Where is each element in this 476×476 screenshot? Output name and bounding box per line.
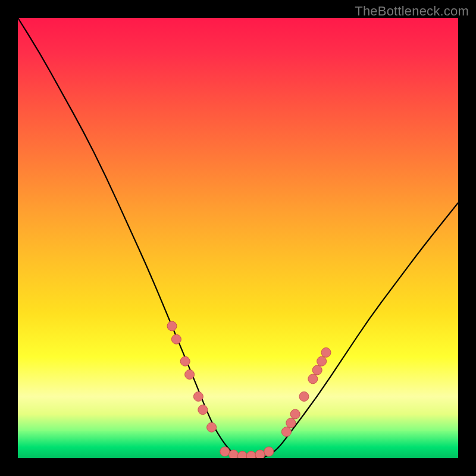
data-point [317, 356, 327, 366]
data-point [246, 451, 256, 458]
data-point [290, 409, 300, 419]
data-point [171, 334, 181, 344]
data-point [198, 405, 208, 415]
data-point [281, 427, 291, 437]
data-point [220, 447, 230, 456]
data-point [308, 374, 318, 384]
curve-layer [18, 18, 458, 458]
data-point [193, 392, 203, 401]
data-point [286, 418, 296, 428]
bottleneck-curve [18, 18, 458, 458]
data-point [167, 321, 177, 331]
data-point [264, 447, 274, 456]
marker-layer [167, 321, 331, 458]
data-point [237, 451, 247, 458]
data-point [299, 392, 309, 401]
data-point [207, 422, 217, 432]
watermark-text: TheBottleneck.com [355, 4, 469, 19]
plot-area [18, 18, 458, 458]
data-point [180, 356, 190, 366]
data-point [321, 347, 331, 357]
data-point [312, 365, 322, 375]
chart-container: TheBottleneck.com [0, 0, 476, 476]
data-point [185, 369, 195, 379]
data-point [229, 450, 239, 458]
chart-svg [18, 18, 458, 458]
data-point [255, 450, 265, 458]
